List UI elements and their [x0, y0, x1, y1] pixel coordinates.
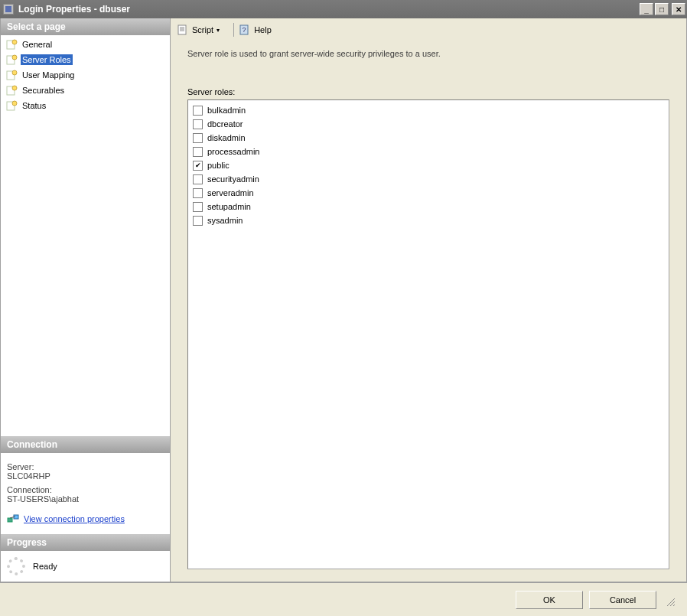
minimize-button[interactable]: _: [640, 3, 653, 15]
page-label: Server Roles: [21, 54, 73, 65]
svg-rect-0: [5, 6, 11, 12]
help-button[interactable]: ? Help: [239, 24, 272, 36]
page-item-user-mapping[interactable]: User Mapping: [1, 67, 170, 83]
server-roles-list: bulkadmindbcreatordiskadminprocessadminp…: [187, 99, 669, 569]
svg-point-6: [12, 70, 17, 75]
svg-rect-13: [178, 25, 186, 34]
script-button[interactable]: Script ▾: [177, 24, 220, 36]
script-dropdown-caret-icon: ▾: [217, 27, 220, 34]
progress-header: Progress: [1, 534, 170, 551]
resize-grip-icon[interactable]: [663, 594, 675, 606]
role-checkbox-sysadmin[interactable]: [193, 216, 203, 226]
svg-point-4: [12, 55, 17, 60]
page-label: User Mapping: [21, 70, 76, 80]
page-icon: [5, 84, 18, 96]
role-checkbox-securityadmin[interactable]: [193, 174, 203, 184]
svg-point-10: [12, 101, 17, 106]
server-label: Server:: [7, 462, 164, 471]
bottom-bar: OK Cancel: [0, 582, 687, 616]
connection-value: ST-USERS\ajabhat: [7, 494, 164, 504]
svg-text:?: ?: [243, 26, 246, 34]
connection-label: Connection:: [7, 485, 164, 494]
content-area: Server role is used to grant server-wide…: [171, 41, 686, 582]
toolbar: Script ▾ ? Help: [171, 18, 686, 41]
role-checkbox-public[interactable]: [193, 161, 203, 171]
maximize-button[interactable]: □: [655, 3, 669, 15]
connection-header: Connection: [1, 436, 170, 453]
server-roles-label: Server roles:: [187, 87, 669, 96]
titlebar: Login Properties - dbuser _ □ ✕: [0, 0, 687, 18]
page-item-status[interactable]: Status: [1, 98, 170, 113]
page-icon: [5, 38, 18, 51]
connection-properties-icon: [7, 513, 19, 525]
page-icon: [5, 69, 18, 81]
role-checkbox-diskadmin[interactable]: [193, 133, 203, 143]
page-icon: [5, 99, 18, 112]
role-checkbox-processadmin[interactable]: [193, 147, 203, 157]
page-item-securables[interactable]: Securables: [1, 83, 170, 98]
window-controls: _ □ ✕: [640, 3, 685, 15]
svg-rect-11: [8, 518, 12, 522]
role-checkbox-bulkadmin[interactable]: [193, 106, 203, 116]
page-item-general[interactable]: General: [1, 37, 170, 52]
close-button[interactable]: ✕: [672, 3, 685, 15]
svg-line-18: [673, 605, 675, 606]
role-label: serveradmin: [207, 188, 254, 197]
page-icon: [5, 54, 18, 66]
main-area: Select a page GeneralServer RolesUser Ma…: [0, 18, 687, 582]
role-row-serveradmin[interactable]: serveradmin: [191, 186, 666, 200]
role-row-setupadmin[interactable]: setupadmin: [191, 200, 666, 213]
app-icon: [3, 4, 14, 15]
role-row-diskadmin[interactable]: diskadmin: [191, 131, 666, 145]
svg-point-8: [12, 86, 17, 90]
connection-section: Server: SLC04RHP Connection: ST-USERS\aj…: [1, 453, 170, 534]
role-row-sysadmin[interactable]: sysadmin: [191, 213, 666, 227]
page-list: GeneralServer RolesUser MappingSecurable…: [1, 35, 170, 436]
help-label: Help: [254, 25, 272, 34]
view-connection-properties-link[interactable]: View connection properties: [7, 513, 164, 525]
role-label: setupadmin: [207, 202, 251, 211]
progress-section: Ready: [1, 551, 170, 582]
ok-button[interactable]: OK: [516, 591, 583, 609]
select-page-header: Select a page: [1, 18, 170, 35]
role-label: processadmin: [207, 147, 259, 156]
role-row-processadmin[interactable]: processadmin: [191, 145, 666, 158]
page-label: Securables: [21, 85, 66, 96]
role-checkbox-setupadmin[interactable]: [193, 202, 203, 212]
role-label: securityadmin: [207, 174, 259, 184]
svg-point-2: [12, 40, 17, 44]
page-label: General: [21, 39, 54, 50]
role-row-dbcreator[interactable]: dbcreator: [191, 117, 666, 131]
role-label: sysadmin: [207, 216, 243, 225]
help-icon: ?: [239, 24, 251, 36]
right-panel: Script ▾ ? Help Server role is used to g…: [171, 18, 686, 582]
view-connection-properties-label: View connection properties: [24, 514, 125, 523]
server-value: SLC04RHP: [7, 471, 164, 481]
role-row-public[interactable]: public: [191, 158, 666, 172]
page-label: Status: [21, 100, 47, 111]
description-text: Server role is used to grant server-wide…: [187, 49, 669, 58]
role-checkbox-dbcreator[interactable]: [193, 119, 203, 129]
script-icon: [177, 24, 189, 36]
role-label: bulkadmin: [207, 106, 246, 115]
role-label: public: [207, 161, 230, 170]
toolbar-separator: [233, 23, 234, 37]
progress-status: Ready: [33, 562, 57, 571]
titlebar-text: Login Properties - dbuser: [18, 4, 640, 15]
role-row-bulkadmin[interactable]: bulkadmin: [191, 103, 666, 117]
cancel-button[interactable]: Cancel: [589, 591, 656, 609]
role-checkbox-serveradmin[interactable]: [193, 188, 203, 198]
page-item-server-roles[interactable]: Server Roles: [1, 52, 170, 67]
role-label: dbcreator: [207, 119, 243, 129]
script-label: Script: [192, 25, 213, 34]
progress-spinner-icon: [7, 557, 25, 575]
role-label: diskadmin: [207, 133, 246, 142]
left-panel: Select a page GeneralServer RolesUser Ma…: [1, 18, 171, 582]
role-row-securityadmin[interactable]: securityadmin: [191, 172, 666, 186]
